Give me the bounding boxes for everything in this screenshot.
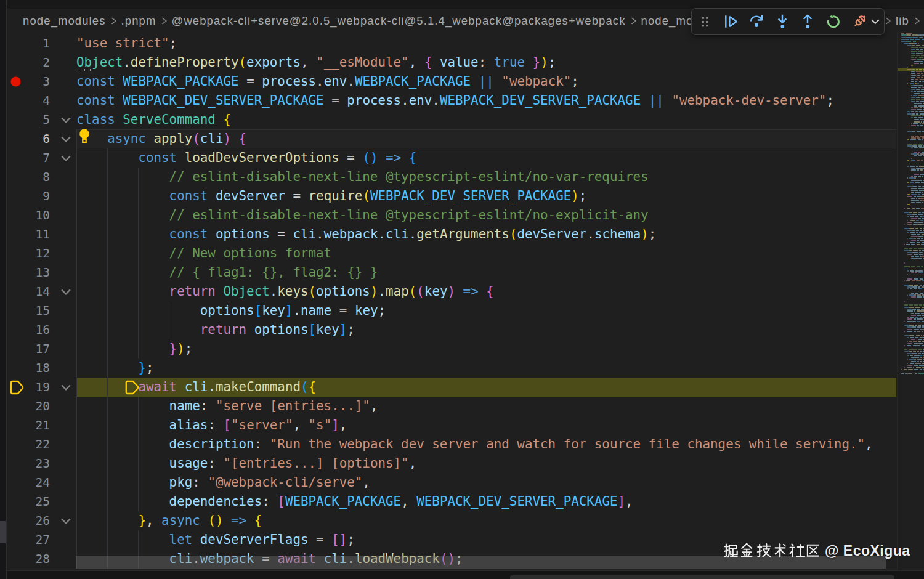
toolbar-drag-handle[interactable] — [692, 10, 718, 33]
fold-chevron-icon[interactable] — [59, 514, 73, 528]
breadcrumb-item[interactable]: node_modules — [23, 14, 106, 28]
minimap-line — [916, 168, 922, 169]
code-line-23[interactable]: 23 usage: "[entries...] [options]", — [7, 454, 897, 473]
minimap-line — [907, 331, 912, 332]
minimap-line — [916, 280, 921, 281]
fold-chevron-icon[interactable] — [59, 113, 73, 128]
code-line-8[interactable]: 8 // eslint-disable-next-line @typescrip… — [7, 168, 897, 187]
code-line-9[interactable]: 9 const devServer = require(WEBPACK_DEV_… — [7, 187, 897, 206]
minimap-line — [921, 121, 922, 123]
code-token — [455, 284, 463, 299]
minimap-line — [911, 51, 917, 52]
step-out-button[interactable] — [795, 10, 821, 33]
code-line-18[interactable]: 18 }; — [7, 358, 897, 378]
code-line-22[interactable]: 22 description: "Run the webpack dev ser… — [7, 435, 897, 454]
fold-chevron-icon[interactable] — [59, 285, 73, 299]
panel-scrollbar[interactable] — [510, 575, 894, 579]
minimap-line — [912, 186, 917, 187]
minimap-line — [921, 335, 922, 336]
code-text: const WEBPACK_PACKAGE = process.env.WEBP… — [76, 72, 579, 91]
breadcrumb-item[interactable]: .pnpm — [121, 14, 156, 28]
minimap-line — [917, 261, 920, 262]
continue-button[interactable] — [718, 10, 744, 33]
minimap-line — [909, 269, 913, 270]
code-line-13[interactable]: 13 // { flag1: {}, flag2: {} } — [7, 263, 897, 282]
code-line-21[interactable]: 21 alias: ["server", "s"], — [7, 416, 897, 435]
breadcrumb-item[interactable]: @webpack-cli+serve@2.0.5_webpack-cli@5.1… — [172, 14, 626, 28]
code-line-14[interactable]: 14 return Object.keys(options).map((key)… — [7, 282, 897, 301]
minimap-line — [917, 291, 919, 292]
code-line-25[interactable]: 25 dependencies: [WEBPACK_PACKAGE, WEBPA… — [7, 492, 897, 511]
code-token: ( — [416, 284, 424, 299]
minimap-line — [914, 242, 915, 243]
code-token: return — [169, 284, 216, 299]
minimap-line — [911, 57, 914, 58]
code-line-4[interactable]: 4const WEBPACK_DEV_SERVER_PACKAGE = proc… — [7, 91, 897, 110]
minimap-line — [904, 349, 907, 350]
minimap-line — [901, 37, 906, 38]
watermark-latin-text: @ EcoXigua — [825, 543, 910, 559]
minimap-line — [907, 252, 912, 253]
code-token: true — [494, 55, 525, 70]
code-token: ; — [571, 74, 579, 89]
fold-chevron-icon[interactable] — [59, 151, 73, 166]
code-text: return Object.keys(options).map((key) =>… — [76, 282, 494, 301]
minimap-line — [907, 274, 908, 275]
restart-button[interactable] — [821, 10, 846, 33]
line-number: 2 — [25, 53, 50, 72]
minimap-line — [911, 315, 916, 316]
code-token — [355, 150, 363, 165]
minimap-line — [918, 139, 921, 140]
code-token: => — [463, 284, 479, 299]
code-token — [146, 131, 154, 146]
minimap-line — [909, 307, 914, 308]
code-line-2[interactable]: 2Object.defineProperty(exports, "__esMod… — [7, 53, 897, 72]
code-line-6[interactable]: 6 async apply(cli) { — [7, 129, 897, 148]
minimap-line — [920, 317, 922, 318]
minimap-line — [917, 321, 920, 322]
minimap-line — [909, 351, 912, 352]
code-line-12[interactable]: 12 // New options format — [7, 244, 897, 263]
lightbulb-icon[interactable] — [76, 128, 93, 145]
breakpoint-icon[interactable] — [9, 75, 23, 89]
code-line-19[interactable]: 19 await cli.makeCommand({ — [7, 378, 897, 397]
minimap-line — [907, 337, 909, 338]
minimap-line — [911, 158, 912, 159]
code-line-17[interactable]: 17 }); — [7, 339, 897, 358]
code-line-5[interactable]: 5class ServeCommand { — [7, 110, 897, 129]
code-line-16[interactable]: 16 return options[key]; — [7, 320, 897, 339]
code-line-26[interactable]: 26 }, async () => { — [7, 511, 897, 530]
code-line-3[interactable]: 3const WEBPACK_PACKAGE = process.env.WEB… — [7, 72, 897, 91]
code-line-11[interactable]: 11 const options = cli.webpack.cli.getAr… — [7, 225, 897, 244]
minimap[interactable] — [897, 32, 924, 570]
minimap-line — [914, 329, 919, 330]
sidebar-scrollbar-thumb[interactable] — [0, 521, 6, 543]
code-line-15[interactable]: 15 options[key].name = key; — [7, 301, 897, 320]
minimap-line — [914, 155, 917, 156]
minimap-line — [911, 169, 916, 171]
minimap-line — [913, 351, 916, 352]
minimap-line — [920, 53, 922, 54]
code-token: = — [316, 532, 324, 547]
code-line-24[interactable]: 24 pkg: "@webpack-cli/serve", — [7, 473, 897, 492]
minimap-line — [904, 212, 909, 213]
code-token — [231, 131, 239, 146]
fold-chevron-icon[interactable] — [59, 132, 73, 147]
minimap-line — [904, 367, 905, 368]
line-number: 9 — [25, 187, 50, 206]
code-line-1[interactable]: 1"use strict"; — [7, 34, 897, 53]
minimap-line — [920, 256, 922, 257]
breadcrumb-tail[interactable]: lib — [880, 9, 924, 33]
code-line-10[interactable]: 10 // eslint-disable-next-line @typescri… — [7, 206, 897, 225]
fold-chevron-icon[interactable] — [59, 380, 73, 395]
step-into-button[interactable] — [769, 10, 795, 33]
more-button[interactable] — [867, 10, 884, 33]
minimap-line — [923, 61, 923, 62]
breadcrumb-item[interactable]: lib — [896, 14, 909, 28]
code-line-7[interactable]: 7 const loadDevServerOptions = () => { — [7, 148, 897, 168]
code-line-20[interactable]: 20 name: "serve [entries...]", — [7, 397, 897, 416]
minimap-line — [920, 351, 922, 352]
debug-toolbar — [691, 8, 885, 35]
step-over-button[interactable] — [744, 10, 769, 33]
minimap-line — [921, 172, 924, 173]
